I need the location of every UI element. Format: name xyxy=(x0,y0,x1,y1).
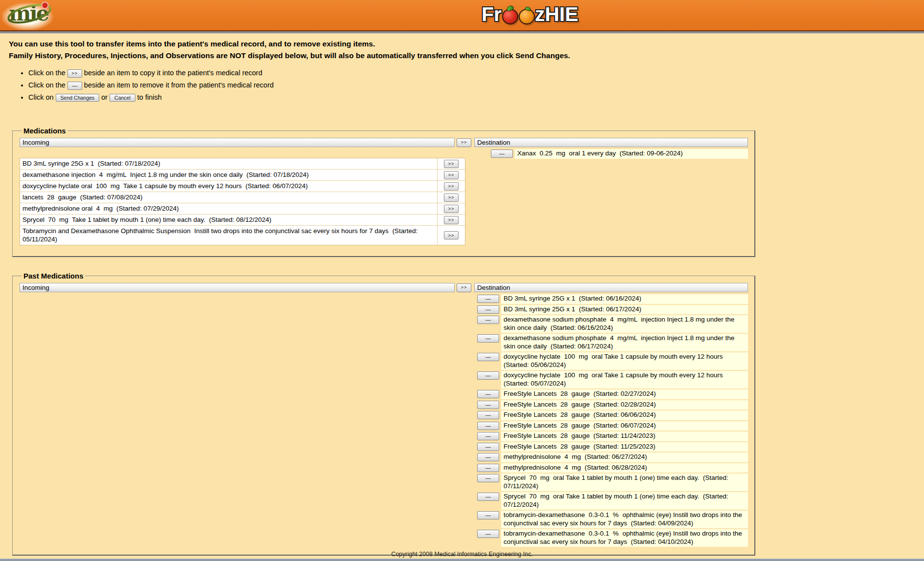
destination-item-row: —doxycycline hyclate 100 mg oral Take 1 … xyxy=(474,352,748,370)
incoming-item-text: doxycycline hyclate oral 100 mg Take 1 c… xyxy=(20,181,437,192)
incoming-item-text: BD 3mL syringe 25G x 1 (Started: 07/18/2… xyxy=(20,158,437,169)
copy-item-button[interactable]: >> xyxy=(444,160,459,168)
copy-button-cell: >> xyxy=(437,181,465,192)
destination-item-row: —tobramycin-dexamethasone 0.3-0.1 % opht… xyxy=(474,529,748,547)
incoming-item-text: methylprednisolone oral 4 mg (Started: 0… xyxy=(20,203,437,214)
past-medications-section: Past Medications Incoming >> Destination… xyxy=(12,272,755,556)
copy-button-cell: >> xyxy=(437,226,465,245)
transfer-all-button[interactable]: >> xyxy=(457,283,471,292)
instruction-remove-pre: Click on the xyxy=(28,81,66,89)
remove-item-button[interactable]: — xyxy=(477,390,499,398)
instruction-finish-pre: Click on xyxy=(28,93,54,101)
destination-item-text: FreeStyle Lancets 28 gauge (Started: 06/… xyxy=(501,410,748,420)
incoming-item-text: Sprycel 70 mg Take 1 tablet by mouth 1 (… xyxy=(20,215,437,225)
incoming-item-row: Tobramycin and Dexamethasone Ophthalmic … xyxy=(20,226,465,245)
copy-button-cell: >> xyxy=(437,158,465,169)
remove-item-button[interactable]: — xyxy=(477,422,499,430)
instruction-finish-post: to finish xyxy=(137,93,162,101)
incoming-item-row: lancets 28 gauge (Started: 07/08/2024)>> xyxy=(20,192,465,203)
remove-item-button[interactable]: — xyxy=(491,150,513,158)
remove-example-button[interactable]: — xyxy=(67,82,82,90)
copy-item-button[interactable]: >> xyxy=(444,231,459,239)
copy-item-button[interactable]: >> xyxy=(444,194,459,202)
intro-text: You can use this tool to transfer items … xyxy=(9,38,924,62)
transfer-all-button[interactable]: >> xyxy=(457,138,471,147)
copy-item-button[interactable]: >> xyxy=(444,182,459,191)
destination-item-row: —methylprednisolone 4 mg (Started: 06/27… xyxy=(474,453,748,462)
destination-item-row: —FreeStyle Lancets 28 gauge (Started: 11… xyxy=(474,432,748,441)
remove-item-button[interactable]: — xyxy=(477,474,499,482)
medications-transfer-table: Incoming >> Destination BD 3mL syringe 2… xyxy=(20,138,748,245)
remove-item-button[interactable]: — xyxy=(477,493,499,501)
remove-item-button[interactable]: — xyxy=(477,530,499,538)
remove-item-button[interactable]: — xyxy=(477,432,499,440)
incoming-item-text: dexamethasone injection 4 mg/mL Inject 1… xyxy=(20,170,437,180)
destination-item-row: —BD 3mL syringe 25G x 1 (Started: 06/17/… xyxy=(474,305,748,315)
destination-column-header: Destination xyxy=(474,283,748,292)
medications-section: Medications Incoming >> Destination BD 3… xyxy=(12,127,755,257)
instruction-copy: Click on the >> beside an item to copy i… xyxy=(28,68,924,78)
remove-item-button[interactable]: — xyxy=(477,411,499,419)
destination-item-row: —doxycycline hyclate 100 mg oral Take 1 … xyxy=(474,371,748,388)
destination-item-text: tobramycin-dexamethasone 0.3-0.1 % ophth… xyxy=(501,529,748,547)
send-changes-small-button[interactable]: Send Changes xyxy=(56,94,99,102)
header-separator-gray xyxy=(0,31,924,34)
destination-item-text: dexamethasone sodium phosphate 4 mg/mL i… xyxy=(501,334,748,351)
window-bottom-edge xyxy=(0,559,924,561)
destination-item-row: —methylprednisolone 4 mg (Started: 06/28… xyxy=(474,463,748,473)
destination-item-text: FreeStyle Lancets 28 gauge (Started: 06/… xyxy=(501,421,748,431)
incoming-list: BD 3mL syringe 25G x 1 (Started: 07/18/2… xyxy=(20,158,465,245)
copy-button-cell: >> xyxy=(437,215,465,225)
destination-item-text: BD 3mL syringe 25G x 1 (Started: 06/16/2… xyxy=(501,294,748,304)
incoming-item-text: lancets 28 gauge (Started: 07/08/2024) xyxy=(20,192,437,203)
destination-item-row: —Sprycel 70 mg oral Take 1 tablet by mou… xyxy=(474,492,748,510)
cancel-small-button[interactable]: Cancel xyxy=(110,94,135,102)
incoming-item-row: methylprednisolone oral 4 mg (Started: 0… xyxy=(20,203,465,215)
apple-icon xyxy=(502,9,518,24)
copy-item-button[interactable]: >> xyxy=(444,216,459,224)
transfer-all-cell: >> xyxy=(455,138,473,147)
destination-item-text: FreeStyle Lancets 28 gauge (Started: 02/… xyxy=(501,389,748,399)
destination-item-text: FreeStyle Lancets 28 gauge (Started: 11/… xyxy=(501,432,748,441)
remove-item-button[interactable]: — xyxy=(477,305,499,314)
remove-item-button[interactable]: — xyxy=(477,401,499,409)
destination-item-text: BD 3mL syringe 25G x 1 (Started: 06/17/2… xyxy=(501,305,748,315)
past-medications-section-title: Past Medications xyxy=(22,272,85,280)
destination-item-text: Xanax 0.25 mg oral 1 every day (Started:… xyxy=(515,149,748,159)
remove-item-button[interactable]: — xyxy=(477,511,499,519)
destination-item-row: —Sprycel 70 mg oral Take 1 tablet by mou… xyxy=(474,474,748,491)
destination-item-row: —dexamethasone sodium phosphate 4 mg/mL … xyxy=(474,315,748,333)
instruction-finish: Click on Send Changes or Cancel to finis… xyxy=(28,92,924,102)
logo-text-prefix: Fr xyxy=(482,3,502,25)
remove-item-button[interactable]: — xyxy=(477,371,499,380)
incoming-column-header: Incoming xyxy=(20,283,455,292)
orange-leaf-icon xyxy=(525,6,531,11)
instruction-remove-post: beside an item to remove it from the pat… xyxy=(84,81,274,89)
remove-item-button[interactable]: — xyxy=(477,295,499,303)
incoming-item-row: doxycycline hyclate oral 100 mg Take 1 c… xyxy=(20,181,465,192)
copy-item-button[interactable]: >> xyxy=(444,205,459,213)
incoming-item-row: BD 3mL syringe 25G x 1 (Started: 07/18/2… xyxy=(20,158,465,170)
destination-item-text: doxycycline hyclate 100 mg oral Take 1 c… xyxy=(501,352,748,370)
copy-item-button[interactable]: >> xyxy=(444,171,459,179)
mie-orbit-icon xyxy=(2,0,66,30)
destination-item-row: —dexamethasone sodium phosphate 4 mg/mL … xyxy=(474,334,748,351)
intro-line-1: You can use this tool to transfer items … xyxy=(9,38,924,50)
destination-item-text: dexamethasone sodium phosphate 4 mg/mL i… xyxy=(501,315,748,333)
destination-item-text: Sprycel 70 mg oral Take 1 tablet by mout… xyxy=(501,492,748,510)
remove-item-button[interactable]: — xyxy=(477,443,499,451)
destination-item-row: —FreeStyle Lancets 28 gauge (Started: 06… xyxy=(474,410,748,420)
remove-item-button[interactable]: — xyxy=(477,464,499,472)
remove-item-button[interactable]: — xyxy=(477,453,499,461)
destination-item-row: —BD 3mL syringe 25G x 1 (Started: 06/16/… xyxy=(474,294,748,304)
incoming-column-header: Incoming xyxy=(20,138,455,147)
remove-item-button[interactable]: — xyxy=(477,316,499,324)
remove-item-button[interactable]: — xyxy=(477,353,499,361)
apple-leaf-icon xyxy=(506,5,515,12)
destination-item-text: methylprednisolone 4 mg (Started: 06/28/… xyxy=(501,463,748,473)
incoming-item-text: Tobramycin and Dexamethasone Ophthalmic … xyxy=(20,226,437,245)
remove-item-button[interactable]: — xyxy=(477,334,499,343)
destination-item-text: Sprycel 70 mg oral Take 1 tablet by mout… xyxy=(501,474,748,491)
copy-button-cell: >> xyxy=(437,203,465,214)
copy-example-button[interactable]: >> xyxy=(67,69,82,78)
